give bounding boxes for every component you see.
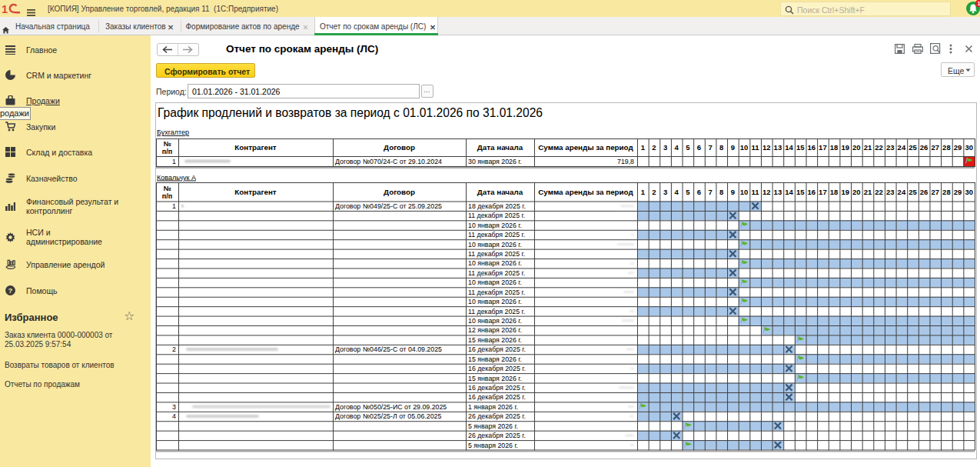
svg-text:Договор №070/24-С от 29.10.202: Договор №070/24-С от 29.10.2024 bbox=[335, 158, 442, 165]
svg-text:4: 4 bbox=[675, 143, 679, 152]
svg-text:11 декабря 2025 г.: 11 декабря 2025 г. bbox=[468, 269, 525, 277]
svg-text:п/п: п/п bbox=[162, 148, 172, 155]
svg-text:15 января 2026 г.: 15 января 2026 г. bbox=[468, 375, 522, 382]
svg-text:16: 16 bbox=[808, 188, 816, 196]
svg-text:4: 4 bbox=[675, 188, 679, 196]
svg-text:Ковальчук А: Ковальчук А bbox=[157, 174, 196, 182]
svg-text:8: 8 bbox=[719, 143, 723, 152]
svg-text:п/п: п/п bbox=[162, 192, 172, 200]
svg-text:4: 4 bbox=[172, 412, 176, 420]
svg-text:11 декабря 2025 г.: 11 декабря 2025 г. bbox=[468, 308, 525, 315]
svg-text:Бухгалтер: Бухгалтер bbox=[157, 128, 189, 136]
svg-text:20: 20 bbox=[852, 188, 861, 196]
svg-text:5 января 2026 г.: 5 января 2026 г. bbox=[468, 422, 518, 430]
svg-text:30: 30 bbox=[965, 143, 973, 152]
svg-text:30 января 2026 г.: 30 января 2026 г. bbox=[468, 158, 522, 165]
svg-text:28: 28 bbox=[942, 143, 951, 152]
svg-text:20: 20 bbox=[852, 143, 861, 152]
svg-text:19: 19 bbox=[841, 143, 849, 152]
svg-text:12: 12 bbox=[762, 143, 771, 152]
svg-text:1: 1 bbox=[641, 143, 646, 152]
svg-text:26: 26 bbox=[920, 188, 929, 196]
svg-text:3: 3 bbox=[663, 188, 667, 196]
svg-text:2: 2 bbox=[652, 188, 656, 196]
svg-text:3: 3 bbox=[663, 143, 667, 152]
svg-text:11 декабря 2025 г.: 11 декабря 2025 г. bbox=[468, 212, 525, 219]
svg-text:21: 21 bbox=[864, 143, 872, 152]
svg-text:Дата начала: Дата начала bbox=[477, 188, 523, 196]
svg-text:16 декабря 2025 г.: 16 декабря 2025 г. bbox=[468, 365, 526, 372]
svg-text:№: № bbox=[163, 140, 171, 148]
svg-text:10 января 2026 г.: 10 января 2026 г. bbox=[468, 298, 522, 305]
svg-text:№: № bbox=[163, 185, 171, 192]
svg-text:1: 1 bbox=[172, 202, 176, 210]
svg-text:22: 22 bbox=[875, 143, 883, 152]
svg-text:12 января 2026 г.: 12 января 2026 г. bbox=[468, 326, 522, 334]
svg-text:10 января 2026 г.: 10 января 2026 г. bbox=[468, 317, 522, 325]
svg-text:23: 23 bbox=[886, 188, 895, 196]
svg-text:15 января 2026 г.: 15 января 2026 г. bbox=[468, 355, 522, 363]
svg-text:11 декабря 2025 г.: 11 декабря 2025 г. bbox=[468, 289, 525, 296]
svg-text:1: 1 bbox=[172, 158, 176, 165]
svg-text:10 января 2026 г.: 10 января 2026 г. bbox=[468, 241, 522, 249]
svg-text:13: 13 bbox=[774, 143, 782, 152]
svg-text:7: 7 bbox=[708, 143, 712, 152]
svg-text:Контрагент: Контрагент bbox=[234, 143, 277, 152]
svg-text:12: 12 bbox=[762, 188, 771, 196]
svg-text:14: 14 bbox=[785, 188, 793, 196]
svg-text:Договор №050/25-ИС от 29.09.20: Договор №050/25-ИС от 29.09.2025 bbox=[335, 403, 447, 411]
svg-text:27: 27 bbox=[932, 188, 940, 196]
svg-text:15 января 2026 г.: 15 января 2026 г. bbox=[468, 336, 522, 344]
svg-text:15: 15 bbox=[796, 188, 805, 196]
svg-text:23: 23 bbox=[886, 143, 895, 152]
svg-text:17: 17 bbox=[819, 143, 827, 152]
svg-text:10: 10 bbox=[740, 143, 749, 152]
svg-text:27: 27 bbox=[932, 143, 940, 152]
svg-text:Договор: Договор bbox=[384, 188, 415, 196]
svg-text:16 декабря 2025 г.: 16 декабря 2025 г. bbox=[468, 384, 526, 392]
svg-text:29: 29 bbox=[954, 143, 962, 152]
svg-text:14: 14 bbox=[785, 143, 793, 152]
svg-text:22: 22 bbox=[875, 188, 883, 196]
svg-text:26 декабря 2025 г.: 26 декабря 2025 г. bbox=[468, 412, 526, 420]
svg-text:25: 25 bbox=[909, 143, 917, 152]
svg-text:10 января 2026 г.: 10 января 2026 г. bbox=[468, 222, 522, 229]
svg-text:11 декабря 2025 г.: 11 декабря 2025 г. bbox=[468, 231, 525, 239]
svg-text:10: 10 bbox=[740, 188, 749, 196]
svg-text:3: 3 bbox=[172, 403, 176, 411]
svg-text:16 декабря 2025 г.: 16 декабря 2025 г. bbox=[468, 345, 526, 353]
svg-text:18 декабря 2025 г.: 18 декабря 2025 г. bbox=[468, 202, 526, 210]
svg-text:29: 29 bbox=[954, 188, 962, 196]
svg-text:График продлений и возвратов з: График продлений и возвратов за период с… bbox=[158, 106, 543, 119]
svg-text:Договор: Договор bbox=[384, 143, 415, 152]
svg-text:25: 25 bbox=[909, 188, 917, 196]
svg-text:2: 2 bbox=[172, 345, 176, 353]
svg-text:5 января 2026 г.: 5 января 2026 г. bbox=[468, 442, 518, 449]
svg-text:2: 2 bbox=[652, 143, 656, 152]
svg-text:1 января 2026 г.: 1 января 2026 г. bbox=[468, 403, 518, 411]
svg-text:Договор №049/25-С от 25.09.202: Договор №049/25-С от 25.09.2025 bbox=[335, 202, 442, 210]
svg-text:19: 19 bbox=[841, 188, 849, 196]
svg-text:Сумма аренды за период: Сумма аренды за период bbox=[538, 188, 633, 196]
svg-text:6: 6 bbox=[697, 143, 701, 152]
svg-text:13: 13 bbox=[774, 188, 782, 196]
svg-text:11: 11 bbox=[752, 188, 760, 196]
svg-text:Сумма аренды за период: Сумма аренды за период bbox=[538, 143, 633, 152]
svg-text:28: 28 bbox=[942, 188, 951, 196]
svg-text:30: 30 bbox=[965, 188, 973, 196]
svg-text:26 декабря 2025 г.: 26 декабря 2025 г. bbox=[468, 432, 526, 439]
svg-text:18: 18 bbox=[830, 143, 839, 152]
svg-text:9: 9 bbox=[731, 188, 735, 196]
svg-text:21: 21 bbox=[864, 188, 872, 196]
svg-text:6: 6 bbox=[697, 188, 701, 196]
svg-text:24: 24 bbox=[898, 188, 906, 196]
svg-text:8: 8 bbox=[719, 188, 723, 196]
svg-text:10 января 2026 г.: 10 января 2026 г. bbox=[468, 259, 522, 267]
svg-text:10 января 2026 г.: 10 января 2026 г. bbox=[468, 279, 522, 286]
svg-text:5: 5 bbox=[686, 143, 690, 152]
svg-text:26: 26 bbox=[920, 143, 929, 152]
svg-text:Контрагент: Контрагент bbox=[234, 188, 277, 196]
svg-text:Договор №046/25-С от 04.09.202: Договор №046/25-С от 04.09.2025 bbox=[335, 345, 442, 353]
svg-text:11 декабря 2025 г.: 11 декабря 2025 г. bbox=[468, 250, 525, 258]
svg-text:9: 9 bbox=[731, 143, 735, 152]
